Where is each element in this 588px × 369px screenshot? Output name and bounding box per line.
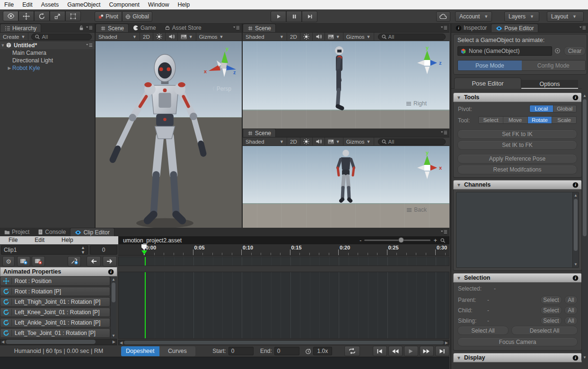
tab-clip-editor[interactable]: Clip Editor bbox=[70, 228, 114, 236]
scale-tool-button[interactable] bbox=[50, 11, 65, 21]
tools-section-header[interactable]: ▼Tools i bbox=[453, 93, 582, 102]
all-button[interactable]: All bbox=[564, 296, 578, 304]
account-dropdown[interactable]: Account▼ bbox=[455, 11, 492, 22]
view-angle-label[interactable]: Back bbox=[406, 206, 427, 213]
pose-editor-scrollbar[interactable]: ▲ ▼ bbox=[581, 93, 588, 360]
global-toggle-button[interactable]: Global bbox=[122, 11, 152, 22]
clip-menu-edit[interactable]: Edit bbox=[26, 236, 53, 244]
robot-back-silhouette[interactable] bbox=[332, 149, 360, 206]
select-button[interactable]: Select bbox=[540, 317, 562, 325]
timeline-summary-track[interactable] bbox=[118, 257, 449, 266]
all-button[interactable]: All bbox=[564, 317, 578, 325]
skip-to-end-button[interactable] bbox=[435, 346, 449, 356]
curves-tab[interactable]: Curves bbox=[159, 346, 196, 356]
properties-hscrollbar[interactable]: ◀ ▶ bbox=[0, 339, 117, 345]
tab-game[interactable]: Game bbox=[129, 24, 160, 32]
tab-project[interactable]: Project bbox=[0, 228, 34, 236]
property-row-root-rotation-p[interactable]: Root : Rotation [P] bbox=[0, 287, 110, 296]
info-icon[interactable]: i bbox=[572, 275, 579, 281]
lighting-toggle[interactable] bbox=[300, 137, 313, 146]
select-button[interactable]: Select bbox=[540, 296, 562, 304]
2d-toggle[interactable]: 2D bbox=[140, 33, 153, 41]
dopesheet-area[interactable] bbox=[118, 272, 449, 339]
tab-scene-right[interactable]: Scene bbox=[243, 24, 276, 32]
set-ik-to-fk-button[interactable]: Set IK to FK bbox=[457, 140, 577, 150]
select-button[interactable]: Select bbox=[540, 306, 562, 315]
scroll-down-icon[interactable]: ▼ bbox=[582, 355, 588, 360]
timeline-ruler[interactable]: 0:000:050:100:150:200:250:30 bbox=[118, 244, 449, 256]
scene-gizmo[interactable]: y x z bbox=[203, 45, 237, 82]
scene-search-input[interactable]: All bbox=[378, 138, 446, 145]
tool-option-select[interactable]: Select bbox=[479, 117, 503, 123]
config-mode-button[interactable]: Config Mode bbox=[522, 60, 586, 70]
shading-dropdown[interactable]: Shaded▼ bbox=[243, 137, 287, 146]
clip-play-button[interactable] bbox=[404, 346, 418, 356]
cloud-button[interactable] bbox=[436, 11, 450, 22]
info-icon[interactable]: i bbox=[572, 94, 579, 101]
lighting-toggle[interactable] bbox=[300, 33, 313, 41]
object-picker-icon[interactable] bbox=[554, 48, 561, 54]
panel-menu-icon[interactable] bbox=[440, 230, 448, 234]
display-section-header[interactable]: ▼Display i bbox=[453, 353, 582, 362]
view-angle-label[interactable]: Right bbox=[406, 100, 427, 107]
effects-dropdown[interactable]: ▼ bbox=[325, 33, 343, 41]
reset-modifcations-button[interactable]: Reset Modifcations bbox=[457, 165, 577, 174]
property-row-left-toe-joint-01-rotation-p[interactable]: Left_Toe_Joint_01 : Rotation [P] bbox=[0, 328, 110, 338]
all-button[interactable]: All bbox=[564, 306, 578, 315]
clip-menu-file[interactable]: File bbox=[0, 236, 26, 244]
panel-menu-icon[interactable] bbox=[440, 130, 448, 135]
tab-scene-back[interactable]: Scene bbox=[243, 129, 276, 137]
tab-inspector[interactable]: i Inspector bbox=[451, 24, 491, 32]
tab-hierarchy[interactable]: Hierarchy bbox=[0, 24, 41, 32]
channels-scrollbar[interactable]: ▲ ▼ bbox=[572, 192, 579, 267]
clip-menu-help[interactable]: Help bbox=[53, 236, 82, 244]
scene-root-row[interactable]: ▼ Untitled* bbox=[0, 41, 95, 49]
channels-list[interactable]: ▲ ▼ bbox=[456, 192, 579, 268]
lighting-toggle[interactable] bbox=[153, 33, 166, 41]
tab-scene[interactable]: Scene bbox=[96, 24, 129, 32]
panel-menu-icon[interactable] bbox=[579, 26, 586, 30]
scene-back-viewport[interactable]: y x Back bbox=[243, 146, 449, 228]
dopesheet-tab[interactable]: Dopesheet bbox=[121, 346, 159, 356]
info-icon[interactable]: i bbox=[108, 269, 114, 275]
pivot-option-global[interactable]: Global bbox=[553, 105, 577, 112]
gizmos-dropdown[interactable]: Gizmos▼ bbox=[196, 33, 227, 41]
view-tool-button[interactable] bbox=[3, 11, 18, 21]
rotate-tool-button[interactable] bbox=[34, 11, 50, 21]
play-button[interactable] bbox=[271, 11, 286, 22]
shading-dropdown[interactable]: Shaded▼ bbox=[96, 33, 140, 41]
select-all-button[interactable]: Select All bbox=[457, 326, 509, 335]
subtab-pose-editor[interactable]: Pose Editor bbox=[454, 77, 521, 89]
apply-reference-pose-button[interactable]: Apply Reference Pose bbox=[457, 154, 577, 163]
add-clip-button[interactable] bbox=[17, 256, 30, 266]
scene-search-input[interactable]: All bbox=[378, 34, 446, 40]
start-field[interactable]: 0 bbox=[228, 347, 254, 355]
menu-file[interactable]: File bbox=[0, 0, 18, 9]
audio-toggle[interactable] bbox=[313, 137, 325, 146]
properties-scrollbar[interactable]: ▲ ▼ bbox=[110, 276, 116, 339]
hierarchy-item-main-camera[interactable]: Main Camera bbox=[0, 49, 95, 57]
property-row-root-position[interactable]: Root : Position bbox=[0, 276, 110, 286]
add-key-button[interactable] bbox=[68, 256, 81, 266]
zoom-slider-thumb[interactable] bbox=[398, 237, 404, 243]
menu-component[interactable]: Component bbox=[105, 0, 144, 9]
tab-asset-store[interactable]: Asset Store bbox=[160, 24, 206, 32]
menu-edit[interactable]: Edit bbox=[18, 0, 37, 9]
deselect-all-button[interactable]: Deselect All bbox=[511, 326, 578, 335]
panel-menu-icon[interactable] bbox=[86, 26, 93, 30]
foldout-icon[interactable]: ▼ bbox=[0, 43, 6, 48]
panel-menu-icon[interactable] bbox=[233, 26, 240, 30]
pose-mode-button[interactable]: Pose Mode bbox=[458, 60, 522, 70]
clip-dropdown[interactable]: Clip1▲▼ bbox=[1, 245, 88, 255]
pause-button[interactable] bbox=[286, 11, 302, 22]
gameobject-field[interactable]: None (GameObject) bbox=[457, 46, 552, 56]
scene-main-viewport[interactable]: y x z 〈Persp bbox=[96, 41, 242, 228]
tool-option-move[interactable]: Move bbox=[503, 117, 528, 123]
subtab-options[interactable]: Options bbox=[521, 80, 578, 89]
gizmos-dropdown[interactable]: Gizmos▼ bbox=[343, 137, 374, 146]
menu-gameobject[interactable]: GameObject bbox=[63, 0, 105, 9]
gizmos-dropdown[interactable]: Gizmos▼ bbox=[343, 33, 374, 41]
end-field[interactable]: 0 bbox=[274, 347, 299, 355]
move-tool-button[interactable] bbox=[18, 11, 34, 21]
scroll-down-icon[interactable]: ▼ bbox=[573, 262, 579, 266]
